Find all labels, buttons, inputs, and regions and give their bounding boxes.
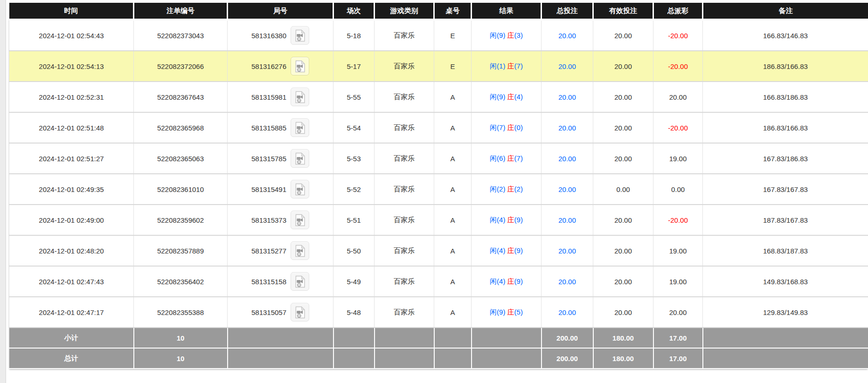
video-replay-button[interactable]	[291, 211, 309, 229]
table-row: 2024-12-01 02:49:00522082359602581315373…	[9, 205, 868, 235]
cell-total-bet: 20.00	[542, 235, 593, 266]
round-number-group: 581315057	[251, 303, 309, 321]
cell-result: 闲(2) 庄(2)	[472, 174, 542, 205]
cell-remark: 167.83/167.83	[703, 174, 868, 205]
cell-total-bet: 20.00	[542, 143, 593, 174]
result-banker-text: 庄	[507, 154, 514, 162]
total-bet-link[interactable]: 20.00	[558, 308, 576, 316]
summary-bet-count: 10	[134, 328, 228, 348]
round-number-group: 581315277	[251, 241, 309, 260]
total-bet-link[interactable]: 20.00	[558, 32, 576, 40]
column-header-session: 场次	[333, 3, 375, 20]
total-bet-link[interactable]: 20.00	[558, 278, 576, 286]
video-file-icon	[295, 183, 306, 196]
cell-total-bet: 20.00	[542, 266, 593, 297]
table-row: 2024-12-01 02:47:43522082356402581315158…	[9, 266, 868, 297]
total-bet-link[interactable]: 20.00	[558, 185, 576, 193]
table-header-row: 时间注单编号局号场次游戏类别桌号结果总投注有效投注总派彩备注	[9, 3, 868, 20]
summary-game-empty	[375, 348, 434, 369]
cell-valid-bet: 20.00	[593, 205, 653, 235]
cell-remark: 186.83/166.83	[703, 112, 868, 143]
video-replay-button[interactable]	[291, 149, 309, 168]
table-row: 2024-12-01 02:54:43522082373043581316380…	[9, 20, 868, 51]
video-file-icon	[295, 306, 306, 319]
payout-value-text: 20.00	[669, 308, 687, 316]
table-row: 2024-12-01 02:47:17522082355388581315057…	[9, 297, 868, 328]
cell-session: 5-50	[333, 235, 375, 266]
result-banker-text: 庄	[507, 31, 514, 39]
video-replay-button[interactable]	[291, 180, 309, 198]
cell-remark: 167.83/186.83	[703, 143, 868, 174]
result-player-text: 闲(4)	[490, 277, 507, 285]
cell-total-payout: -20.00	[653, 20, 703, 51]
cell-session: 5-55	[333, 82, 375, 112]
result-player-text: 闲(2)	[490, 185, 507, 193]
cell-table-number: A	[434, 297, 472, 328]
summary-remark-empty	[703, 328, 868, 348]
cell-valid-bet: 20.00	[593, 51, 653, 82]
cell-total-payout: 19.00	[653, 235, 703, 266]
table-row: 2024-12-01 02:51:27522082365063581315785…	[9, 143, 868, 174]
total-bet-link[interactable]: 20.00	[558, 216, 576, 224]
summary-total-payout: 17.00	[653, 348, 703, 369]
result-player-text: 闲(4)	[490, 246, 507, 254]
total-bet-link[interactable]: 20.00	[558, 247, 576, 255]
round-number-group: 581315885	[251, 118, 309, 137]
total-bet-link[interactable]: 20.00	[558, 124, 576, 132]
round-number-text: 581315885	[251, 124, 286, 132]
cell-bet-time: 2024-12-01 02:52:31	[9, 82, 134, 112]
result-banker-points-text: (2)	[514, 185, 523, 193]
cell-remark: 166.83/146.83	[703, 20, 868, 51]
summary-total-bet: 200.00	[542, 328, 593, 348]
round-number-text: 581315277	[251, 247, 286, 255]
result-banker-text: 庄	[507, 216, 514, 224]
video-replay-button[interactable]	[291, 26, 309, 45]
betting-records-table-container: 时间注单编号局号场次游戏类别桌号结果总投注有效投注总派彩备注 2024-12-0…	[9, 3, 868, 369]
summary-total-payout: 17.00	[653, 328, 703, 348]
cell-result: 闲(7) 庄(0)	[472, 112, 542, 143]
payout-value-text: -20.00	[668, 216, 688, 224]
video-file-icon	[295, 29, 306, 42]
payout-value-text: -20.00	[668, 62, 688, 70]
cell-game-type: 百家乐	[375, 20, 434, 51]
column-header-valid_bet: 有效投注	[593, 3, 653, 20]
summary-total-bet: 200.00	[542, 348, 593, 369]
cell-table-number: A	[434, 235, 472, 266]
cell-game-type: 百家乐	[375, 112, 434, 143]
summary-label: 总计	[9, 348, 134, 369]
cell-remark: 168.83/187.83	[703, 235, 868, 266]
video-replay-button[interactable]	[291, 118, 309, 137]
cell-total-bet: 20.00	[542, 82, 593, 112]
video-replay-button[interactable]	[291, 272, 309, 291]
cell-session: 5-49	[333, 266, 375, 297]
cell-remark: 149.83/168.83	[703, 266, 868, 297]
cell-result: 闲(4) 庄(9)	[472, 205, 542, 235]
video-replay-button[interactable]	[291, 57, 309, 75]
cell-round-number: 581315491	[228, 174, 333, 205]
total-bet-link[interactable]: 20.00	[558, 155, 576, 163]
cell-round-number: 581315981	[228, 82, 333, 112]
result-banker-points-text: (4)	[514, 93, 523, 101]
cell-total-bet: 20.00	[542, 205, 593, 235]
result-banker-points-text: (9)	[514, 277, 523, 285]
cell-game-type: 百家乐	[375, 143, 434, 174]
table-row: 2024-12-01 02:49:35522082361010581315491…	[9, 174, 868, 205]
video-replay-button[interactable]	[291, 303, 309, 321]
column-header-remark: 备注	[703, 3, 868, 20]
total-bet-link[interactable]: 20.00	[558, 62, 576, 70]
cell-table-number: E	[434, 51, 472, 82]
result-player-text: 闲(4)	[490, 216, 507, 224]
payout-value-text: 20.00	[669, 93, 687, 101]
summary-table-empty	[434, 348, 472, 369]
total-bet-link[interactable]: 20.00	[558, 93, 576, 101]
cell-bet-id: 522082356402	[134, 266, 228, 297]
payout-value-text: 19.00	[669, 247, 687, 255]
video-replay-button[interactable]	[291, 88, 309, 106]
result-banker-points-text: (5)	[514, 308, 523, 316]
summary-valid-bet: 180.00	[593, 348, 653, 369]
cell-table-number: A	[434, 174, 472, 205]
result-banker-text: 庄	[507, 123, 514, 131]
video-replay-button[interactable]	[291, 241, 309, 260]
cell-remark: 129.83/149.83	[703, 297, 868, 328]
video-file-icon	[295, 275, 306, 288]
